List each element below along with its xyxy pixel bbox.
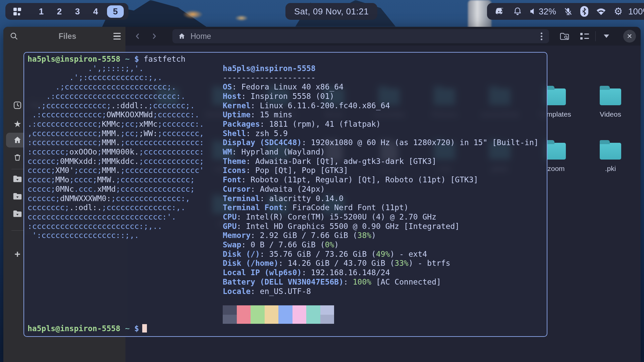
folder-item-Videos[interactable]: Videos <box>585 84 636 118</box>
bell-icon[interactable] <box>513 7 522 16</box>
fastfetch-info: ha5pls@inspiron-5558--------------------… <box>223 64 539 324</box>
file-label: .pki <box>585 164 636 173</box>
discord-icon[interactable] <box>495 7 505 15</box>
wifi-icon[interactable] <box>596 7 606 15</box>
home-icon <box>12 135 23 145</box>
battery-text: 100% <box>628 6 644 17</box>
workspace-4[interactable]: 4 <box>89 6 102 17</box>
folder-item-.pki[interactable]: .pki <box>585 138 636 173</box>
breadcrumb-label: Home <box>191 32 211 41</box>
divider <box>595 31 596 41</box>
kebab-menu-icon[interactable] <box>539 31 544 42</box>
view-options-dropdown[interactable] <box>599 29 614 44</box>
volume-indicator[interactable]: 32% <box>530 6 556 17</box>
folder-icon <box>12 210 23 218</box>
plus-icon: + <box>12 249 23 259</box>
folder-icon <box>544 88 566 105</box>
fastfetch-output: .',;::::;,'. .';:cccccccccccc:;,. .;cccc… <box>28 64 543 240</box>
folder-icon <box>600 143 621 160</box>
star-icon: ★ <box>12 120 23 129</box>
close-button[interactable]: ✕ <box>623 30 636 43</box>
search-icon[interactable] <box>7 29 21 44</box>
sidebar-header: Files <box>3 27 125 46</box>
search-folder-icon[interactable] <box>557 29 572 44</box>
list-view-icon[interactable] <box>577 29 592 44</box>
volume-text: 32% <box>539 6 556 17</box>
terminal-prompt-line-2: ha5pls@inspiron-5558 ~ $ <box>28 324 147 334</box>
clock-icon <box>12 101 23 110</box>
folder-icon <box>12 175 23 183</box>
toolbar: Home ✕ <box>125 27 641 46</box>
folder-icon <box>544 143 566 160</box>
clock-pill[interactable]: Sat, 09 Nov, 01:21 <box>285 3 377 20</box>
terminal-palette-row-2 <box>223 315 539 324</box>
chevron-down-icon <box>604 35 609 38</box>
workspace-list: 12345 <box>35 5 124 18</box>
terminal-prompt-line: ha5pls@inspiron-5558 ~ $ fastfetch <box>28 55 543 64</box>
terminal-window[interactable]: ha5pls@inspiron-5558 ~ $ fastfetch .',;:… <box>23 52 547 337</box>
workspace-pill: 12345 <box>5 3 128 20</box>
battery-pill[interactable]: 100% <box>622 3 644 20</box>
command-text: fastfetch <box>144 55 185 63</box>
system-tray-pill: 32% ⚙ <box>487 3 631 20</box>
back-button[interactable] <box>130 29 145 44</box>
view-switcher <box>577 29 614 44</box>
status-bar: 12345 Sat, 09 Nov, 01:21 32% ⚙ 100% <box>0 0 644 23</box>
home-icon <box>178 32 186 40</box>
workspace-2[interactable]: 2 <box>53 6 66 17</box>
workspace-5[interactable]: 5 <box>107 5 124 18</box>
folder-icon <box>12 192 23 200</box>
bluetooth-icon[interactable] <box>580 6 588 17</box>
mic-muted-icon[interactable] <box>564 7 573 16</box>
breadcrumb[interactable]: Home <box>172 29 549 43</box>
workspace-3[interactable]: 3 <box>71 6 84 17</box>
close-icon: ✕ <box>627 32 633 40</box>
clock-text: Sat, 09 Nov, 01:21 <box>294 6 369 17</box>
file-label: Videos <box>585 110 636 118</box>
trash-icon <box>12 153 23 162</box>
forward-button[interactable] <box>147 29 162 44</box>
workspace-1[interactable]: 1 <box>35 6 48 17</box>
hamburger-menu-icon[interactable] <box>113 33 121 40</box>
terminal-palette-row-1 <box>223 305 539 315</box>
folder-icon <box>600 88 621 105</box>
window-title: Files <box>21 32 113 41</box>
terminal-cursor <box>142 324 147 333</box>
prompt-userhost: ha5pls@inspiron-5558 <box>28 55 120 63</box>
headerbar: Files Home <box>3 27 641 46</box>
app-launcher-icon[interactable] <box>13 8 21 15</box>
